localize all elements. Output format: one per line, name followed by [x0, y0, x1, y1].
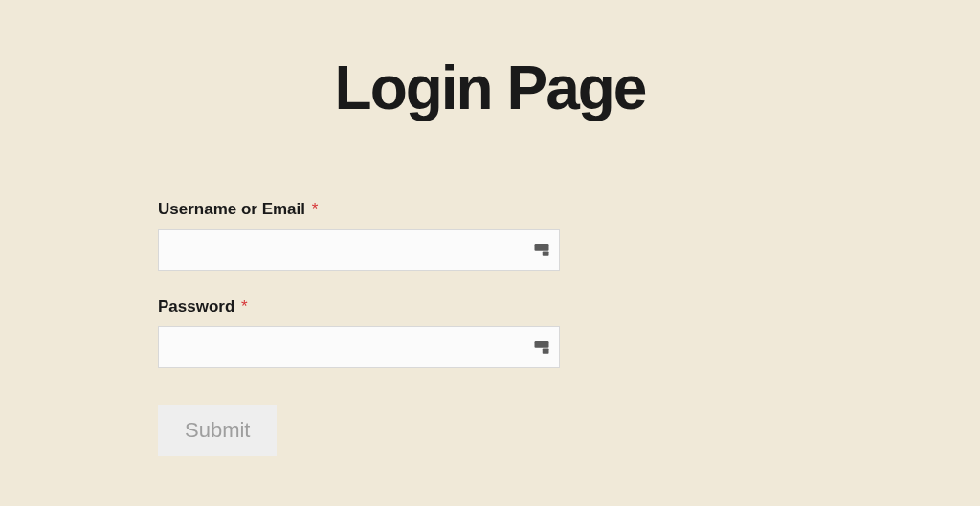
password-group: Password * [158, 297, 560, 368]
username-label: Username or Email * [158, 200, 560, 219]
required-mark: * [312, 200, 319, 218]
submit-button[interactable]: Submit [158, 405, 277, 456]
username-input-wrapper [158, 229, 560, 271]
password-label: Password * [158, 297, 560, 317]
login-form: Username or Email * Password * [158, 200, 560, 456]
required-mark: * [241, 297, 248, 316]
password-input-wrapper [158, 326, 560, 368]
page-title: Login Page [0, 53, 980, 123]
username-group: Username or Email * [158, 200, 560, 271]
username-input[interactable] [158, 229, 560, 271]
password-input[interactable] [158, 326, 560, 368]
username-label-text: Username or Email [158, 200, 305, 218]
password-label-text: Password [158, 297, 234, 316]
